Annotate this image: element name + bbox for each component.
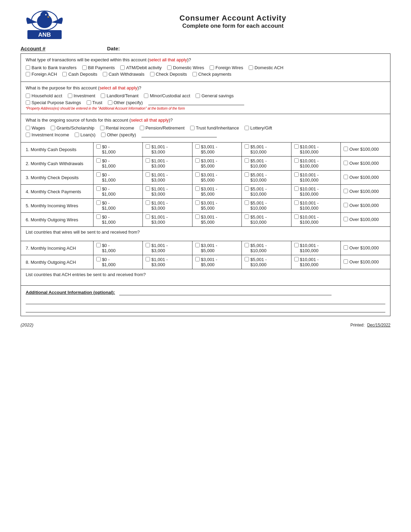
other-source-input[interactable] [141,132,217,137]
cb-cash-withdrawals[interactable]: Cash Withdrawals [103,72,145,77]
cb-loans[interactable]: Loan(s) [75,132,96,137]
amount-checkbox[interactable] [96,144,101,149]
cb-cash-withdrawals-input[interactable] [103,72,107,76]
amount-checkbox-label[interactable] [146,144,150,150]
amount-checkbox-label[interactable] [245,172,249,178]
ach-amount-checkbox[interactable] [344,245,348,250]
other-purpose-input[interactable] [148,100,244,105]
amount-checkbox-label[interactable] [344,203,348,208]
amount-checkbox[interactable] [344,161,348,165]
cb-cash-deposits-input[interactable] [62,72,67,76]
cb-cash-deposits[interactable]: Cash Deposits [62,72,97,77]
amount-checkbox-label[interactable] [245,186,249,192]
ach-amount-checkbox-label[interactable] [245,257,249,262]
amount-checkbox[interactable] [344,147,348,151]
cb-trust-fund[interactable]: Trust fund/Inheritance [190,125,239,131]
ach-amount-checkbox[interactable] [245,243,249,247]
amount-checkbox[interactable] [294,144,299,149]
amount-checkbox-label[interactable] [195,172,200,178]
cb-domestic-wires-input[interactable] [167,65,172,70]
cb-bill-payments-input[interactable] [82,65,87,70]
ach-amount-checkbox-label[interactable] [146,243,150,248]
amount-checkbox[interactable] [294,186,299,191]
cb-check-deposits[interactable]: Check Deposits [150,72,187,77]
additional-input-3[interactable] [26,307,385,312]
amount-checkbox-label[interactable] [96,172,101,178]
ach-amount-checkbox[interactable] [96,243,101,247]
cb-bank-to-bank-input[interactable] [26,65,30,70]
ach-amount-checkbox[interactable] [294,243,299,247]
amount-checkbox[interactable] [146,144,150,149]
ach-amount-checkbox[interactable] [245,257,249,261]
amount-checkbox-label[interactable] [146,172,150,178]
cb-minor-custodial[interactable]: Minor/Custodial acct [144,93,190,98]
ach-amount-checkbox[interactable] [146,243,150,247]
amount-checkbox[interactable] [344,175,348,179]
amount-checkbox-label[interactable] [96,144,101,150]
cb-bank-to-bank[interactable]: Bank to Bank transfers [26,65,77,70]
amount-checkbox-label[interactable] [195,158,200,164]
amount-checkbox[interactable] [344,203,348,207]
cb-bill-payments[interactable]: Bill Payments [82,65,115,70]
cb-other-purpose[interactable]: Other (specify) [108,100,143,105]
amount-checkbox-label[interactable] [294,200,299,206]
amount-checkbox-label[interactable] [245,144,249,150]
amount-checkbox-label[interactable] [344,217,348,222]
ach-amount-checkbox-label[interactable] [344,245,348,251]
amount-checkbox-label[interactable] [294,158,299,164]
amount-checkbox-label[interactable] [96,214,101,220]
amount-checkbox[interactable] [344,217,348,221]
amount-checkbox[interactable] [195,214,200,219]
amount-checkbox-label[interactable] [245,158,249,164]
amount-checkbox-label[interactable] [294,172,299,178]
amount-checkbox[interactable] [195,200,200,205]
ach-amount-checkbox-label[interactable] [146,257,150,262]
amount-checkbox[interactable] [245,200,249,205]
cb-atm-debit-input[interactable] [120,65,125,70]
cb-foreign-wires-input[interactable] [210,65,214,70]
amount-checkbox[interactable] [96,158,101,163]
amount-checkbox-label[interactable] [195,214,200,220]
amount-checkbox-label[interactable] [344,147,348,152]
amount-checkbox[interactable] [146,158,150,163]
amount-checkbox-label[interactable] [146,158,150,164]
cb-foreign-wires[interactable]: Foreign Wires [210,65,243,70]
amount-checkbox-label[interactable] [96,200,101,206]
amount-checkbox-label[interactable] [195,200,200,206]
ach-amount-checkbox-label[interactable] [195,243,200,248]
cb-pension[interactable]: Pension/Retirement [140,125,185,131]
amount-checkbox[interactable] [96,214,101,219]
amount-checkbox[interactable] [294,172,299,177]
cb-general-savings[interactable]: General savings [196,93,234,98]
amount-checkbox-label[interactable] [146,200,150,206]
cb-domestic-wires[interactable]: Domestic Wires [167,65,204,70]
ach-amount-checkbox[interactable] [294,257,299,261]
ach-amount-checkbox-label[interactable] [245,243,249,248]
ach-amount-checkbox-label[interactable] [344,259,348,265]
cb-check-deposits-input[interactable] [150,72,154,76]
cb-grants[interactable]: Grants/Scholarship [51,125,95,131]
amount-checkbox-label[interactable] [195,144,200,150]
ach-amount-checkbox[interactable] [195,243,200,247]
ach-amount-checkbox[interactable] [146,257,150,261]
amount-checkbox[interactable] [146,214,150,219]
amount-checkbox[interactable] [146,200,150,205]
cb-lottery[interactable]: Lottery/Gift [245,125,272,131]
amount-checkbox[interactable] [195,144,200,149]
amount-checkbox-label[interactable] [96,186,101,192]
cb-landlord[interactable]: Landlord/Tenant [101,93,138,98]
cb-check-payments[interactable]: Check payments [192,72,232,77]
amount-checkbox[interactable] [195,186,200,191]
amount-checkbox-label[interactable] [195,186,200,192]
amount-checkbox[interactable] [245,172,249,177]
cb-household[interactable]: Household acct [26,93,62,98]
amount-checkbox[interactable] [96,186,101,191]
cb-other-source[interactable]: Other (specify) [101,132,136,137]
ach-amount-checkbox-label[interactable] [96,257,101,262]
cb-wages[interactable]: Wages [26,125,45,131]
amount-checkbox[interactable] [146,172,150,177]
ach-amount-checkbox-label[interactable] [294,257,299,262]
amount-checkbox[interactable] [294,214,299,219]
ach-amount-checkbox-label[interactable] [195,257,200,262]
cb-trust[interactable]: Trust [87,100,102,105]
